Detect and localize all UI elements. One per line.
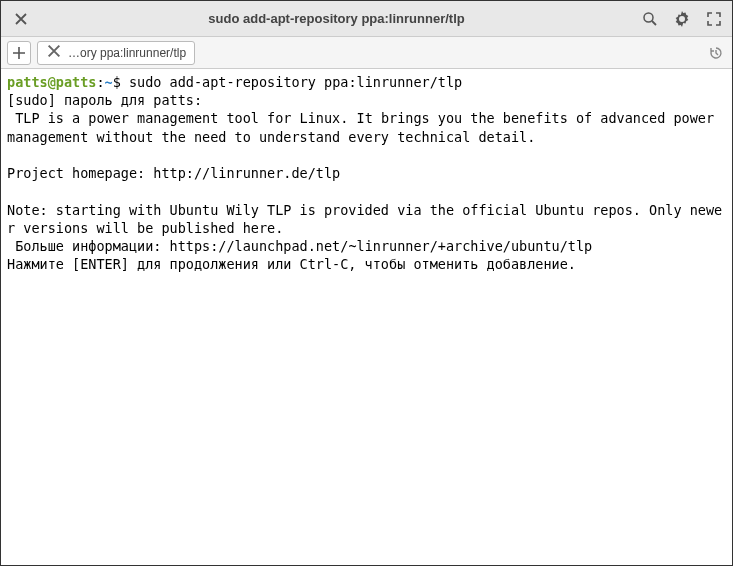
new-tab-button[interactable] — [7, 41, 31, 65]
output-line: Больше информации: https://launchpad.net… — [7, 238, 592, 254]
search-button[interactable] — [640, 9, 660, 29]
tabbar: …ory ppa:linrunner/tlp — [1, 37, 732, 69]
prompt-path: ~ — [105, 74, 113, 90]
tab-active[interactable]: …ory ppa:linrunner/tlp — [37, 41, 195, 65]
history-icon — [708, 45, 724, 61]
maximize-button[interactable] — [704, 9, 724, 29]
output-line: Project homepage: http://linrunner.de/tl… — [7, 165, 340, 181]
output-line: TLP is a power management tool for Linux… — [7, 110, 722, 144]
tab-close-button[interactable] — [46, 43, 62, 62]
output-line: Нажмите [ENTER] для продолжения или Ctrl… — [7, 256, 576, 272]
titlebar: sudo add-apt-repository ppa:linrunner/tl… — [1, 1, 732, 37]
close-icon — [13, 11, 29, 27]
svg-line-1 — [652, 21, 656, 25]
svg-point-0 — [644, 13, 653, 22]
plus-icon — [11, 45, 27, 61]
prompt-sep1: : — [96, 74, 104, 90]
close-icon — [46, 43, 62, 59]
settings-button[interactable] — [672, 9, 692, 29]
command-text: sudo add-apt-repository ppa:linrunner/tl… — [129, 74, 462, 90]
close-button[interactable] — [9, 7, 33, 31]
window-title: sudo add-apt-repository ppa:linrunner/tl… — [33, 11, 640, 26]
search-icon — [642, 11, 658, 27]
output-line: [sudo] пароль для patts: — [7, 92, 202, 108]
tab-label: …ory ppa:linrunner/tlp — [68, 46, 186, 60]
prompt-user: patts@patts — [7, 74, 96, 90]
terminal-output[interactable]: patts@patts:~$ sudo add-apt-repository p… — [1, 69, 732, 565]
output-line: Note: starting with Ubuntu Wily TLP is p… — [7, 202, 722, 236]
history-button[interactable] — [706, 43, 726, 63]
toolbar-right — [640, 9, 724, 29]
prompt-sep2: $ — [113, 74, 129, 90]
terminal-window: sudo add-apt-repository ppa:linrunner/tl… — [0, 0, 733, 566]
gear-icon — [674, 11, 690, 27]
maximize-icon — [706, 11, 722, 27]
